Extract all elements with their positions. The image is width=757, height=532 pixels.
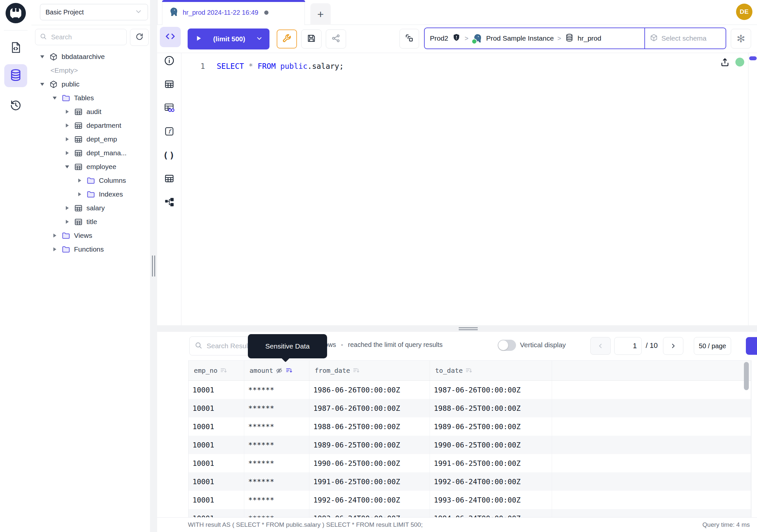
tree-item-functions[interactable]: Functions: [31, 242, 150, 256]
table-cell[interactable]: ******: [244, 454, 309, 472]
new-tab-button[interactable]: +: [310, 3, 331, 25]
caret-right-icon[interactable]: [64, 137, 70, 141]
table-row[interactable]: 10001******1989-06-25T00:00:00Z1990-06-2…: [189, 436, 751, 454]
caret-right-icon[interactable]: [52, 247, 58, 251]
table-cell[interactable]: ******: [244, 381, 309, 399]
table-cell[interactable]: ******: [244, 417, 309, 436]
nav-history-button[interactable]: [4, 94, 27, 117]
table-row[interactable]: 10001******1990-06-25T00:00:00Z1991-06-2…: [189, 454, 751, 472]
table-cell[interactable]: 1992-06-24T00:00:00Z: [430, 472, 552, 491]
chevron-down-icon[interactable]: [256, 35, 263, 43]
table-cell[interactable]: 10001: [189, 454, 244, 472]
table-cell[interactable]: 1989-06-25T00:00:00Z: [309, 436, 430, 454]
table-cell[interactable]: 10001: [189, 509, 244, 517]
run-query-button[interactable]: (limit 500): [188, 28, 269, 49]
table-row[interactable]: 10001******1986-06-26T00:00:00Z1987-06-2…: [189, 381, 751, 399]
caret-right-icon[interactable]: [76, 178, 82, 182]
caret-right-icon[interactable]: [64, 110, 70, 114]
tree-item-tables[interactable]: Tables: [31, 91, 150, 105]
sort-icon[interactable]: [285, 366, 293, 374]
table-cell[interactable]: 10001: [189, 491, 244, 509]
caret-right-icon[interactable]: [76, 192, 82, 196]
schema-diagram-tab-button[interactable]: [162, 195, 176, 209]
tree-item-bbdataarchive[interactable]: bbdataarchive: [31, 50, 150, 64]
sort-icon[interactable]: [220, 366, 227, 374]
table-cell[interactable]: [552, 381, 751, 399]
table-cell[interactable]: ******: [244, 472, 309, 491]
external-tables-tab-button[interactable]: [162, 171, 176, 186]
table-cell[interactable]: ******: [244, 509, 309, 517]
sql-editor[interactable]: f () 1 SELECT * FROM public.salary;: [157, 53, 757, 325]
export-button[interactable]: [746, 337, 757, 355]
table-cell[interactable]: 1988-06-25T00:00:00Z: [430, 399, 552, 417]
caret-right-icon[interactable]: [64, 123, 70, 127]
caret-down-icon[interactable]: [52, 97, 58, 100]
sidebar-search[interactable]: [35, 29, 127, 45]
tree-item-columns[interactable]: Columns: [31, 173, 150, 187]
table-cell[interactable]: 1990-06-25T00:00:00Z: [430, 436, 552, 454]
table-cell[interactable]: [552, 417, 751, 436]
page-number-input[interactable]: [614, 337, 642, 355]
sort-icon[interactable]: [352, 366, 360, 374]
tab-hr-prod[interactable]: hr_prod 2024-11-22 16:49: [162, 0, 305, 25]
table-cell[interactable]: 10001: [189, 381, 244, 399]
share-button[interactable]: [326, 29, 346, 48]
table-row[interactable]: 10001******1991-06-25T00:00:00Z1992-06-2…: [189, 472, 751, 491]
table-cell[interactable]: 10001: [189, 417, 244, 436]
next-page-button[interactable]: [663, 337, 683, 355]
sensitive-columns-tab-button[interactable]: [162, 101, 176, 115]
caret-down-icon[interactable]: [64, 166, 70, 169]
sidebar-search-input[interactable]: [50, 33, 122, 41]
tables-tab-button[interactable]: [162, 77, 176, 91]
table-cell[interactable]: 10001: [189, 399, 244, 417]
table-cell[interactable]: 10001: [189, 436, 244, 454]
sidebar-resize-handle[interactable]: [150, 0, 158, 532]
table-cell[interactable]: ******: [244, 436, 309, 454]
editor-code-view-button[interactable]: [160, 27, 181, 47]
table-cell[interactable]: 1989-06-25T00:00:00Z: [430, 417, 552, 436]
caret-right-icon[interactable]: [52, 234, 58, 237]
table-cell[interactable]: [552, 491, 751, 509]
grid-scrollbar-thumb[interactable]: [744, 362, 749, 390]
tree-item-public[interactable]: public: [31, 77, 150, 91]
table-cell[interactable]: 1988-06-25T00:00:00Z: [309, 417, 430, 436]
table-cell[interactable]: 1991-06-25T00:00:00Z: [430, 454, 552, 472]
table-row[interactable]: 10001******1993-06-24T00:00:00Z1994-06-2…: [189, 509, 751, 517]
page-size-select[interactable]: 50 / page: [694, 337, 731, 355]
tree-item-dept-emp[interactable]: dept_emp: [31, 132, 150, 146]
editor-scrollbar-thumb[interactable]: [749, 56, 757, 60]
tree-item-salary[interactable]: salary: [31, 201, 150, 215]
save-button[interactable]: [301, 29, 321, 48]
refresh-button[interactable]: [130, 29, 149, 46]
batch-query-button[interactable]: [400, 29, 419, 48]
table-row[interactable]: 10001******1992-06-24T00:00:00Z1993-06-2…: [189, 491, 751, 509]
vertical-display-toggle[interactable]: [498, 340, 516, 351]
sort-icon[interactable]: [465, 366, 473, 374]
tree-item-views[interactable]: Views: [31, 229, 150, 242]
caret-right-icon[interactable]: [64, 220, 70, 224]
nav-worksheet-button[interactable]: [4, 37, 27, 60]
functions-tab-button[interactable]: f: [162, 124, 176, 139]
schema-selector[interactable]: Select schema: [644, 28, 726, 48]
connection-breadcrumb[interactable]: Prod2 > Prod Sample Instance > hr_prod: [424, 27, 726, 49]
ai-assistant-button[interactable]: ✻: [731, 29, 751, 48]
tree-item-department[interactable]: department: [31, 119, 150, 132]
table-cell[interactable]: ******: [244, 491, 309, 509]
column-header-to_date[interactable]: to_date: [430, 361, 552, 380]
table-cell[interactable]: [552, 399, 751, 417]
column-header-from_date[interactable]: from_date: [309, 361, 430, 380]
caret-right-icon[interactable]: [64, 206, 70, 210]
table-cell[interactable]: ******: [244, 399, 309, 417]
table-cell[interactable]: [552, 472, 751, 491]
procedures-tab-button[interactable]: (): [162, 148, 176, 162]
table-cell[interactable]: 1992-06-24T00:00:00Z: [309, 491, 430, 509]
table-cell[interactable]: 1993-06-24T00:00:00Z: [430, 491, 552, 509]
caret-down-icon[interactable]: [39, 83, 45, 86]
connection-context[interactable]: Prod2 > Prod Sample Instance > hr_prod: [425, 28, 644, 48]
column-header-amount[interactable]: amount: [244, 361, 309, 380]
column-header-emp_no[interactable]: emp_no: [189, 361, 244, 380]
table-row[interactable]: 10001******1987-06-26T00:00:00Z1988-06-2…: [189, 399, 751, 417]
table-cell[interactable]: 1991-06-25T00:00:00Z: [309, 472, 430, 491]
caret-down-icon[interactable]: [39, 55, 45, 58]
project-selector[interactable]: Basic Project: [40, 4, 148, 20]
